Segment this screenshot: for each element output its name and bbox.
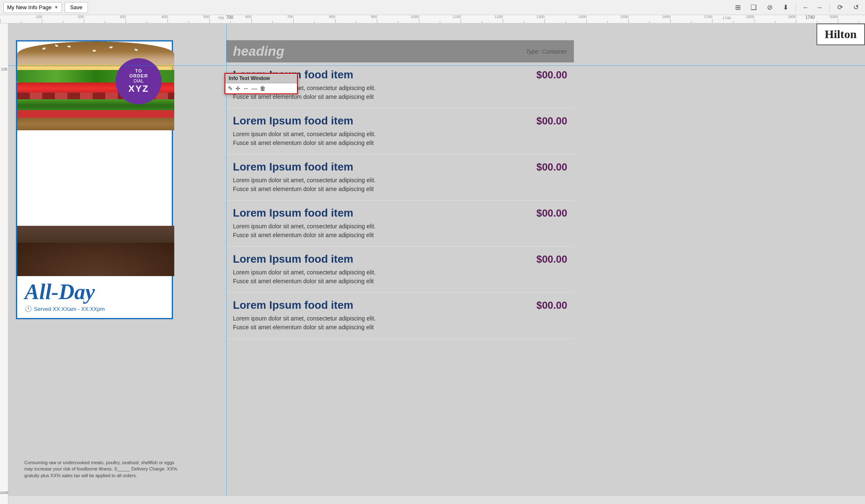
ruler-top: 700 1740 1002003004005006007008009001000… <box>0 15 865 23</box>
dial-text: DIAL <box>134 78 144 83</box>
refresh-icon[interactable]: ↺ <box>850 2 862 13</box>
toolbar-icons: ⊞ ❑ ⊘ ⬇ ← → ⟳ ↺ <box>732 2 862 13</box>
food-desc: Lorem ipsum dolor sit amet, consectetur … <box>233 268 567 286</box>
food-desc: Lorem ipsum dolor sit amet, consectetur … <box>233 314 567 332</box>
food-price: $00.00 <box>537 161 567 173</box>
food-price: $00.00 <box>537 253 567 265</box>
all-day-section: All-Day 🕐 Served XX:XXam - XX:XXpm <box>17 276 172 318</box>
move-icon[interactable]: ✛ <box>235 85 240 92</box>
info-text-window[interactable]: Info Text Window ✎ ✛ ↔ — 🗑 <box>225 73 298 94</box>
food-price: $00.00 <box>537 300 567 311</box>
page-name-dropdown[interactable]: My New Info Page ▼ <box>3 2 62 13</box>
undo-redo-group: ← → <box>800 2 825 13</box>
food-desc: Lorem ipsum dolor sit amet, consectetur … <box>233 222 567 240</box>
edit-icon[interactable]: ✎ <box>228 85 233 92</box>
divider <box>795 3 796 12</box>
ruler-coord-125: 125 <box>0 67 8 71</box>
ruler-mark-700: 700 <box>218 16 224 20</box>
ruler-coord-700: 700 <box>226 15 233 20</box>
clock-icon: 🕐 <box>25 305 32 312</box>
history-icon[interactable]: ⟳ <box>834 2 846 13</box>
percent-icon[interactable]: ⊘ <box>764 2 775 13</box>
redo-icon[interactable]: → <box>813 2 825 13</box>
food-name: Lorem Ipsum food item <box>233 160 353 173</box>
delete-icon[interactable]: 🗑 <box>260 85 266 92</box>
save-button[interactable]: Save <box>65 2 88 13</box>
food-price: $00.00 <box>537 207 567 219</box>
info-window-toolbar: ✎ ✛ ↔ — 🗑 <box>225 83 297 93</box>
layers-icon[interactable]: ⊞ <box>732 2 744 13</box>
sandwich-image: TO ORDER DIAL XYZ <box>17 41 174 276</box>
food-desc: Lorem ipsum dolor sit amet, consectetur … <box>233 130 567 147</box>
food-price: $00.00 <box>537 69 567 81</box>
canvas: TO ORDER DIAL XYZ All-Day � <box>8 23 865 496</box>
minus-icon[interactable]: — <box>251 85 257 92</box>
ruler-coord-1045: 1045 <box>0 491 8 495</box>
food-name: Lorem Ipsum food item <box>233 114 353 127</box>
info-window-header: Info Text Window <box>225 74 297 83</box>
heading-text: heading <box>233 44 284 59</box>
undo-icon[interactable]: ← <box>800 2 812 13</box>
hilton-logo: Hilton <box>816 23 865 45</box>
food-desc: Lorem ipsum dolor sit amet, consectetur … <box>233 176 567 194</box>
page-name-label: My New Info Page <box>7 4 52 10</box>
section-heading: heading Type: Container <box>226 40 574 62</box>
xyz-text: XYZ <box>129 83 149 94</box>
guide-horizontal <box>8 65 865 66</box>
food-name: Lorem Ipsum food item <box>233 299 353 312</box>
guide-vertical <box>226 23 227 496</box>
food-price: $00.00 <box>537 115 567 127</box>
food-item: Lorem Ipsum food item $00.00 Lorem ipsum… <box>226 201 574 247</box>
stack-icon[interactable]: ❑ <box>748 2 759 13</box>
bottom-scrollbar[interactable] <box>8 496 865 504</box>
food-name: Lorem Ipsum food item <box>233 207 353 220</box>
food-name: Lorem Ipsum food item <box>233 253 353 266</box>
food-item: Lorem Ipsum food item $00.00 Lorem ipsum… <box>226 155 574 201</box>
food-items-list: Lorem Ipsum food item $00.00 Lorem ipsum… <box>226 62 574 339</box>
ruler-mark-1740: 1740 <box>723 16 731 20</box>
download-icon[interactable]: ⬇ <box>780 2 791 13</box>
food-item: Lorem Ipsum food item $00.00 Lorem ipsum… <box>226 293 574 339</box>
chevron-down-icon: ▼ <box>54 5 58 10</box>
disclaimer-text: Consuming raw or undercooked meats, poul… <box>24 460 179 479</box>
resize-icon[interactable]: ↔ <box>243 85 249 92</box>
toolbar: My New Info Page ▼ Save ⊞ ❑ ⊘ ⬇ ← → ⟳ ↺ <box>0 0 865 15</box>
left-image-panel: TO ORDER DIAL XYZ All-Day � <box>16 40 173 319</box>
ruler-left <box>0 23 8 504</box>
divider2 <box>829 3 830 12</box>
to-text: TO <box>135 68 142 73</box>
order-text: ORDER <box>129 73 148 78</box>
ruler-coord-1740: 1740 <box>806 15 815 20</box>
type-label: Type: Container <box>526 48 567 55</box>
served-time: 🕐 Served XX:XXam - XX:XXpm <box>25 305 164 312</box>
all-day-title: All-Day <box>25 281 164 303</box>
food-item: Lorem Ipsum food item $00.00 Lorem ipsum… <box>226 247 574 293</box>
food-item: Lorem Ipsum food item $00.00 Lorem ipsum… <box>226 109 574 155</box>
served-text: Served XX:XXam - XX:XXpm <box>34 306 105 312</box>
